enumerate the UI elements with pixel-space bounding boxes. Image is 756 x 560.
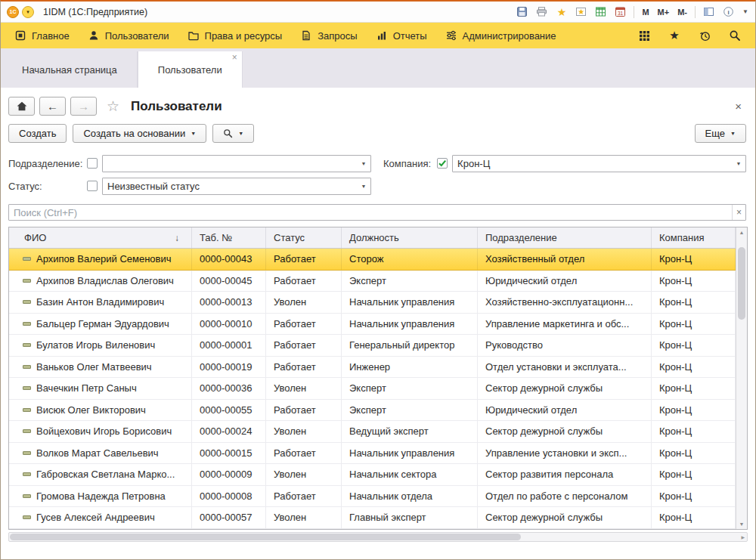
- cell-company: Крон-Ц: [652, 507, 736, 529]
- column-label: ФИО: [24, 232, 46, 243]
- search-menu-button[interactable]: ▼: [212, 124, 254, 143]
- status-filter-checkbox[interactable]: [87, 181, 98, 191]
- menu-item-administration[interactable]: Администрирование: [436, 23, 565, 48]
- chevron-down-icon[interactable]: ▼: [742, 5, 749, 18]
- table-row[interactable]: Волков Марат Савельевич 0000-00015 Работ…: [9, 443, 736, 465]
- close-tab-icon[interactable]: ×: [232, 53, 237, 62]
- search-icon[interactable]: [728, 29, 742, 42]
- user-item-icon: [23, 515, 31, 519]
- table-row[interactable]: Войцехович Игорь Борисович 0000-00024 Ув…: [9, 421, 736, 443]
- chevron-down-icon[interactable]: ▼: [357, 178, 370, 194]
- table-row[interactable]: Висюк Олег Викторович 0000-00055 Работае…: [9, 400, 736, 422]
- chevron-down-icon[interactable]: ▼: [357, 156, 370, 172]
- column-header-fio[interactable]: ФИО ↓: [9, 227, 192, 248]
- memory-m-minus-button[interactable]: M-: [677, 8, 688, 17]
- horizontal-scrollbar[interactable]: ▶: [8, 532, 748, 542]
- cell-position: Начальник управления: [342, 443, 478, 465]
- page-title: Пользователи: [131, 99, 222, 114]
- back-button[interactable]: ←: [39, 97, 66, 116]
- menu-item-main[interactable]: Главное: [5, 23, 79, 48]
- save-icon[interactable]: [516, 5, 528, 18]
- cell-fio: Волков Марат Савельевич: [9, 443, 192, 465]
- create-based-label: Создать на основании: [83, 128, 185, 139]
- table-row[interactable]: Базин Антон Владимирович 0000-00013 Увол…: [9, 292, 736, 314]
- tab-start-page[interactable]: Начальная страница: [2, 51, 138, 88]
- menu-item-reports[interactable]: Отчеты: [367, 23, 436, 48]
- table-row[interactable]: Ваньков Олег Матвеевич 0000-00019 Работа…: [9, 357, 736, 379]
- history-icon[interactable]: [698, 29, 711, 42]
- company-filter-combo[interactable]: Крон-Ц ▼: [452, 155, 746, 172]
- department-filter-checkbox[interactable]: [87, 158, 98, 169]
- menu-item-rights[interactable]: Права и ресурсы: [178, 23, 292, 48]
- user-icon: [88, 29, 100, 42]
- print-icon[interactable]: [535, 5, 548, 18]
- menu-item-users[interactable]: Пользователи: [79, 23, 178, 48]
- favorites-star-icon[interactable]: ★: [555, 5, 568, 18]
- table-row[interactable]: Громова Надежда Петровна 0000-00008 Рабо…: [9, 486, 736, 508]
- cell-position: Ведущий эксперт: [342, 421, 478, 443]
- scroll-down-icon[interactable]: ▼: [736, 521, 747, 527]
- cell-tab-number: 0000-00001: [192, 335, 266, 357]
- more-button[interactable]: Еще ▼: [695, 124, 746, 143]
- horizontal-scrollbar-thumb[interactable]: [10, 534, 521, 540]
- column-header-status[interactable]: Статус: [266, 227, 342, 248]
- table-row[interactable]: Булатов Игорь Виленович 0000-00001 Работ…: [9, 335, 736, 357]
- memory-m-button[interactable]: M: [641, 8, 649, 17]
- menu-item-label: Главное: [32, 30, 70, 42]
- menu-item-requests[interactable]: Запросы: [291, 23, 366, 48]
- search-input[interactable]: Поиск (Ctrl+F) ×: [8, 204, 746, 221]
- fio-text: Гусев Алексей Андреевич: [36, 512, 155, 523]
- cell-company: Крон-Ц: [652, 249, 736, 271]
- table-row[interactable]: Габровская Светлана Марко... 0000-00009 …: [9, 464, 736, 486]
- add-to-favorites-icon[interactable]: [575, 5, 587, 18]
- close-form-icon[interactable]: ×: [735, 100, 746, 113]
- app-logo-icon[interactable]: 1С: [7, 6, 19, 18]
- create-button[interactable]: Создать: [8, 124, 67, 143]
- table-row[interactable]: Вачечкин Петр Саныч 0000-00036 Уволен Эк…: [9, 378, 736, 400]
- column-header-department[interactable]: Подразделение: [478, 227, 652, 248]
- cell-tab-number: 0000-00057: [192, 507, 266, 529]
- cell-department: Отдел по работе с персоналом: [478, 486, 652, 508]
- menu-item-label: Права и ресурсы: [205, 30, 283, 42]
- department-filter-combo[interactable]: ▼: [102, 155, 371, 172]
- split-window-icon[interactable]: [702, 5, 715, 18]
- sort-desc-icon: ↓: [175, 233, 179, 243]
- company-filter-checkbox[interactable]: [437, 158, 448, 169]
- scroll-right-icon[interactable]: ▶: [741, 534, 745, 540]
- user-item-icon: [23, 343, 31, 347]
- navigation-row: ← → ☆ Пользователи ×: [1, 88, 755, 122]
- clear-search-icon[interactable]: ×: [732, 205, 745, 220]
- favorites-icon[interactable]: ★: [668, 29, 681, 42]
- cell-status: Работает: [266, 314, 342, 336]
- column-header-company[interactable]: Компания: [652, 227, 736, 248]
- create-based-on-button[interactable]: Создать на основании ▼: [73, 124, 206, 143]
- all-sections-icon[interactable]: [637, 29, 651, 42]
- department-filter-label: Подразделение:: [8, 158, 87, 169]
- memory-m-plus-button[interactable]: M+: [657, 8, 671, 17]
- command-bar: Создать Создать на основании ▼ ▼ Еще ▼: [1, 122, 755, 150]
- vertical-scrollbar-thumb[interactable]: [738, 247, 745, 320]
- chevron-down-icon[interactable]: ▼: [732, 156, 745, 172]
- cell-tab-number: 0000-00010: [192, 314, 266, 336]
- calendar-icon[interactable]: 31: [614, 5, 627, 18]
- table-icon[interactable]: [594, 5, 607, 18]
- forward-button[interactable]: →: [70, 97, 97, 116]
- main-menu-button[interactable]: ▼: [22, 6, 34, 18]
- chevron-down-icon: ▼: [730, 131, 736, 136]
- column-header-tab-number[interactable]: Таб. №: [192, 227, 266, 248]
- scroll-up-icon[interactable]: ▲: [736, 230, 747, 235]
- table-row[interactable]: Архипов Владислав Олегович 0000-00045 Ра…: [9, 271, 736, 292]
- table-row[interactable]: Гусев Алексей Андреевич 0000-00057 Уволе…: [9, 507, 736, 529]
- table-row[interactable]: Архипов Валерий Семенович 0000-00043 Раб…: [9, 249, 736, 271]
- fio-text: Базин Антон Владимирович: [36, 296, 164, 308]
- info-icon[interactable]: i: [722, 5, 735, 18]
- column-header-position[interactable]: Должность: [342, 227, 478, 248]
- vertical-scrollbar[interactable]: ▲ ▼: [736, 227, 747, 529]
- home-button[interactable]: [8, 97, 35, 116]
- fio-text: Габровская Светлана Марко...: [36, 469, 175, 480]
- cell-fio: Войцехович Игорь Борисович: [9, 421, 192, 443]
- table-row[interactable]: Бальцер Герман Эдуардович 0000-00010 Раб…: [9, 314, 736, 336]
- favorite-page-star-icon[interactable]: ☆: [107, 97, 119, 115]
- tab-users[interactable]: Пользователи ×: [138, 51, 243, 88]
- status-filter-combo[interactable]: Неизвестный статус ▼: [102, 178, 371, 195]
